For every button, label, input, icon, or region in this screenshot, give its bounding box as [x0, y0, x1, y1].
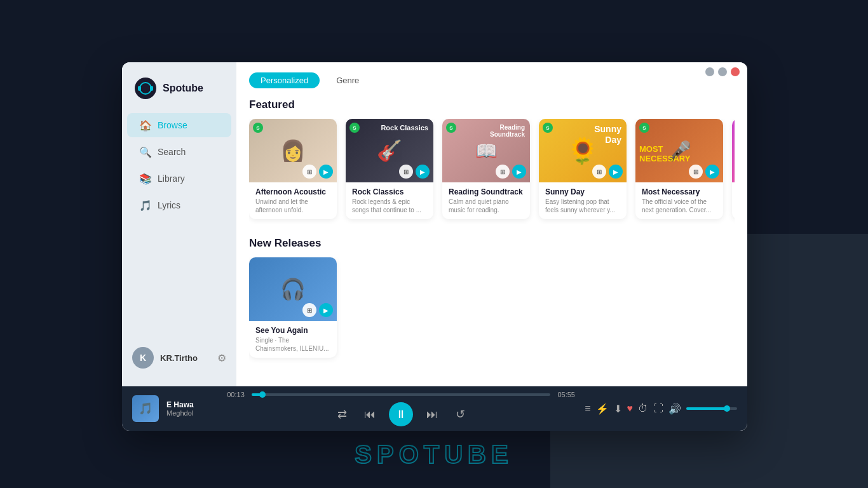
card-soul-revived[interactable]: . S SoulRevived ⊞ ▶ Soul Revived Revive …	[732, 119, 735, 219]
prev-button[interactable]: ⏮	[361, 405, 379, 423]
app-window: Spotube 🏠 Browse 🔍 Search 📚 Library 🎵 Ly…	[122, 62, 747, 431]
favorite-icon[interactable]: ♥	[627, 403, 634, 414]
add-icon-rock[interactable]: ⊞	[399, 165, 413, 179]
card-image-sunny: 🌻 S SunnyDay ⊞ ▶	[539, 119, 627, 182]
shuffle-button[interactable]: ⇄	[333, 405, 351, 423]
close-button[interactable]	[731, 67, 740, 76]
player-center: 00:13 05:55 ⇄ ⏮ ⏸ ⏭ ↺	[225, 391, 577, 426]
play-icon-rock[interactable]: ▶	[416, 165, 430, 179]
sunny-title-overlay: SunnyDay	[594, 124, 621, 146]
headphone-icon	[139, 82, 152, 95]
card-see-you-again[interactable]: 🎧 ⊞ ▶ See You Again Single · The Chainsm…	[249, 257, 337, 358]
tab-genre[interactable]: Genre	[325, 72, 370, 88]
card-overlay-necessary: ⊞ ▶	[689, 165, 719, 179]
controls-row: ⇄ ⏮ ⏸ ⏭ ↺	[333, 402, 469, 426]
library-label: Library	[158, 173, 185, 184]
play-icon-necessary[interactable]: ▶	[705, 165, 719, 179]
card-info-soul: Soul Revived Revive your soul with this …	[732, 182, 735, 219]
card-afternoon-acoustic[interactable]: 👩 S ⊞ ▶ Afternoon Acoustic Unwind and le…	[249, 119, 337, 219]
volume-icon[interactable]: 🔊	[668, 403, 681, 415]
card-overlay-sunny: ⊞ ▶	[592, 165, 623, 179]
play-icon-reading[interactable]: ▶	[512, 165, 526, 179]
card-overlay-afternoon: ⊞ ▶	[302, 165, 333, 179]
sidebar-item-library[interactable]: 📚 Library	[127, 166, 231, 191]
filter-icon[interactable]: ⚡	[596, 403, 609, 415]
now-playing-info: E Hawa Meghdol	[166, 400, 217, 417]
card-desc-sunny: Easy listening pop that feels sunny wher…	[545, 198, 620, 214]
queue-icon[interactable]: ≡	[585, 403, 590, 414]
featured-section-title: Featured	[249, 98, 735, 111]
spotify-badge-sunny: S	[543, 123, 553, 133]
add-icon-afternoon[interactable]: ⊞	[302, 165, 316, 179]
play-icon-sunny[interactable]: ▶	[609, 165, 623, 179]
card-most-necessary[interactable]: 🎤 S MOSTNECESSARY ⊞ ▶ Most Necessary The…	[635, 119, 723, 219]
sidebar-item-lyrics[interactable]: 🎵 Lyrics	[127, 193, 231, 217]
card-title-necessary: Most Necessary	[642, 187, 717, 196]
add-icon-sunny[interactable]: ⊞	[592, 165, 606, 179]
card-info-necessary: Most Necessary The official voice of the…	[635, 182, 723, 219]
title-bar	[698, 62, 747, 81]
card-image-soul: . S SoulRevived ⊞ ▶	[732, 119, 735, 182]
play-icon-seeyou[interactable]: ▶	[319, 303, 333, 317]
add-icon-seeyou[interactable]: ⊞	[302, 303, 316, 317]
new-releases-cards-row: 🎧 ⊞ ▶ See You Again Single · The Chainsm…	[249, 257, 735, 363]
library-icon: 📚	[140, 173, 151, 184]
card-desc-rock: Rock legends & epic songs that continue …	[352, 198, 427, 214]
card-info-seeyou: See You Again Single · The Chainsmokers,…	[249, 321, 337, 358]
card-image-reading: 📖 S ReadingSoundtrack ⊞ ▶	[442, 119, 530, 182]
main-layout: Spotube 🏠 Browse 🔍 Search 📚 Library 🎵 Ly…	[122, 62, 747, 431]
necessary-text-overlay: MOSTNECESSARY	[639, 145, 690, 163]
card-overlay-reading: ⊞ ▶	[496, 165, 526, 179]
volume-bar[interactable]	[686, 407, 737, 410]
card-title-afternoon: Afternoon Acoustic	[255, 187, 330, 196]
card-title-seeyou: See You Again	[255, 326, 330, 335]
reading-title-overlay: ReadingSoundtrack	[490, 124, 525, 138]
browse-icon: 🏠	[140, 119, 151, 131]
add-icon-necessary[interactable]: ⊞	[689, 165, 703, 179]
progress-dot	[259, 391, 266, 398]
lyrics-label: Lyrics	[158, 200, 180, 210]
search-icon: 🔍	[140, 146, 151, 158]
tabs-row: Personalized Genre	[249, 72, 735, 88]
card-info-rock: Rock Classics Rock legends & epic songs …	[346, 182, 433, 219]
sidebar: Spotube 🏠 Browse 🔍 Search 📚 Library 🎵 Ly…	[122, 62, 236, 386]
tab-personalized[interactable]: Personalized	[249, 72, 320, 88]
sidebar-item-search[interactable]: 🔍 Search	[127, 140, 231, 164]
card-desc-necessary: The official voice of the next generatio…	[642, 198, 717, 214]
card-desc-afternoon: Unwind and let the afternoon unfold.	[255, 198, 330, 214]
download-icon[interactable]: ⬇	[614, 403, 622, 415]
card-image-necessary: 🎤 S MOSTNECESSARY ⊞ ▶	[635, 119, 723, 182]
next-button[interactable]: ⏭	[423, 405, 441, 423]
app-logo: Spotube	[122, 72, 236, 112]
clock-icon[interactable]: ⏱	[638, 403, 648, 414]
player-right-controls: ≡ ⚡ ⬇ ♥ ⏱ ⛶ 🔊	[585, 403, 737, 415]
card-title-rock: Rock Classics	[352, 187, 427, 196]
play-pause-button[interactable]: ⏸	[389, 402, 413, 426]
browse-label: Browse	[158, 120, 187, 130]
screen-icon[interactable]: ⛶	[653, 403, 663, 414]
card-info-reading: Reading Soundtrack Calm and quiet piano …	[442, 182, 530, 219]
settings-icon[interactable]: ⚙	[217, 352, 226, 364]
user-avatar: K	[132, 347, 154, 369]
new-releases-section-title: New Releases	[249, 237, 735, 250]
card-overlay-seeyou: ⊞ ▶	[302, 303, 333, 317]
card-desc-reading: Calm and quiet piano music for reading.	[449, 198, 524, 214]
card-reading-soundtrack[interactable]: 📖 S ReadingSoundtrack ⊞ ▶ Reading Soundt…	[442, 119, 530, 219]
search-label: Search	[158, 147, 186, 157]
card-title-reading: Reading Soundtrack	[449, 187, 524, 196]
spotify-badge-rock: S	[349, 123, 360, 133]
play-icon-afternoon[interactable]: ▶	[319, 165, 333, 179]
sidebar-item-browse[interactable]: 🏠 Browse	[127, 113, 231, 137]
progress-bar[interactable]	[252, 393, 550, 396]
time-current: 00:13	[225, 391, 247, 398]
maximize-button[interactable]	[718, 67, 727, 76]
minimize-button[interactable]	[705, 67, 714, 76]
main-content: Personalized Genre Featured 👩 S ⊞ ▶	[236, 62, 747, 431]
lyrics-icon: 🎵	[140, 200, 151, 211]
add-icon-reading[interactable]: ⊞	[496, 165, 510, 179]
card-rock-classics[interactable]: 🎸 S Rock Classics ⊞ ▶ Rock Classics Rock…	[346, 119, 433, 219]
spotube-watermark: SPOTUBE	[355, 440, 513, 469]
repeat-button[interactable]: ↺	[451, 405, 469, 423]
card-sunny-day[interactable]: 🌻 S SunnyDay ⊞ ▶ Sunny Day Easy listenin…	[539, 119, 627, 219]
username: KR.Tirtho	[160, 353, 211, 363]
